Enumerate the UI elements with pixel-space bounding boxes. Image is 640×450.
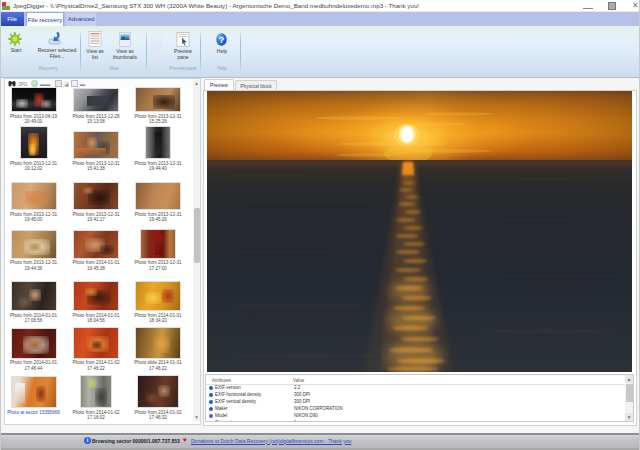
svg-text:?: ? [219, 35, 225, 45]
